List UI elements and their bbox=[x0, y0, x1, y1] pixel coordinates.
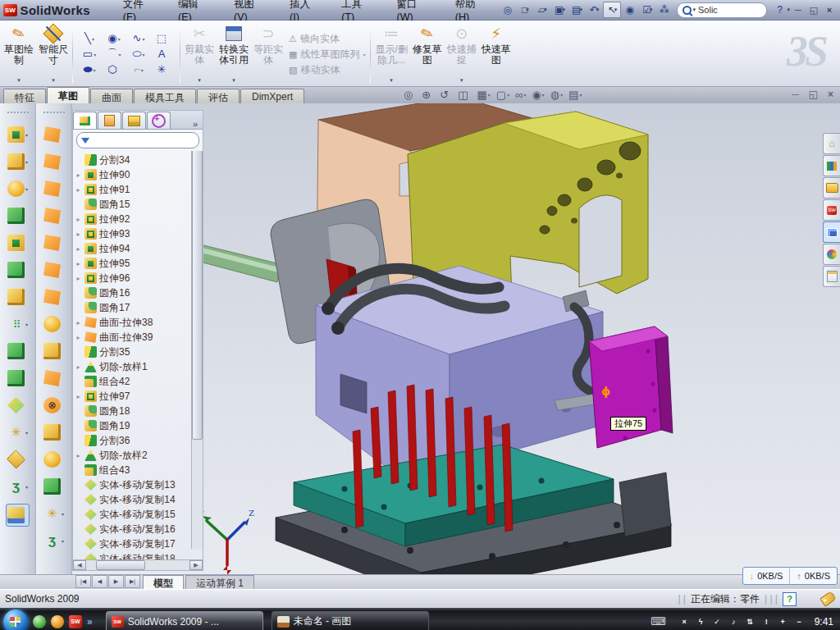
menu-item[interactable]: 文件(F) bbox=[112, 0, 167, 23]
surface-curve-icon[interactable]: ʒ▾ bbox=[43, 531, 64, 550]
tree-item[interactable]: ▸ 圆角19 bbox=[75, 418, 203, 433]
tree-item[interactable]: ▸ 拉伸90 bbox=[75, 167, 203, 182]
update-tray-icon[interactable]: ✓ bbox=[711, 615, 724, 628]
security-center-tray-icon[interactable]: × bbox=[678, 615, 691, 628]
tags-icon[interactable] bbox=[819, 591, 837, 607]
polygon-tool[interactable]: ⬡▾ bbox=[102, 62, 126, 78]
linear-pattern-icon[interactable]: ⠿▾ bbox=[7, 314, 28, 334]
tree-item[interactable]: ▸ 拉伸94 bbox=[75, 241, 203, 256]
sync-tray-icon[interactable]: ⇅ bbox=[744, 615, 756, 628]
close-button[interactable]: × bbox=[822, 3, 837, 16]
tree-filter-box[interactable] bbox=[76, 132, 199, 148]
tree-item[interactable]: ▸ 切除-放样2 bbox=[75, 448, 203, 463]
draft-icon[interactable]: ▾ bbox=[7, 287, 28, 307]
hide-show-items-icon[interactable]: ∞▾ bbox=[515, 89, 526, 101]
antivirus-tray-icon[interactable]: ϟ bbox=[695, 615, 707, 628]
tree-item[interactable]: ▸ 拉伸92 bbox=[75, 212, 203, 226]
tab-nav-button[interactable]: |◀ bbox=[75, 575, 91, 588]
tree-item[interactable]: ▸ 拉伸97 bbox=[75, 389, 203, 404]
trim-entities-button[interactable]: ✂ 剪裁实 体 ▾ bbox=[182, 22, 217, 86]
tree-item[interactable]: ▸ 分割36 bbox=[75, 433, 203, 448]
solidworks-resources-icon[interactable]: SW bbox=[823, 199, 840, 221]
knit-surface-icon[interactable]: ▾ bbox=[43, 422, 64, 442]
tree-item[interactable]: ▸ 拉伸91 bbox=[75, 182, 203, 197]
extruded-boss-icon[interactable]: ▾ bbox=[7, 125, 28, 144]
section-view-icon[interactable]: ◫▾ bbox=[458, 89, 471, 101]
select-icon[interactable]: ↖▾ bbox=[603, 2, 621, 18]
tree-item[interactable]: ▸ 拉伸96 bbox=[75, 271, 203, 285]
print-icon[interactable]: ▤▾ bbox=[568, 2, 585, 17]
tab-mold-tools[interactable]: 模具工具 bbox=[134, 89, 196, 103]
view-orientation-icon[interactable]: ▢▾ bbox=[496, 89, 509, 101]
thicken-icon[interactable]: ▾ bbox=[43, 450, 64, 469]
scene-icon[interactable]: ◍▾ bbox=[550, 89, 563, 101]
slot-tool[interactable]: ⬬▾ bbox=[77, 62, 102, 78]
surface-sketch-icon[interactable]: ✳▾ bbox=[43, 504, 64, 523]
tab-nav-button[interactable]: ◀ bbox=[92, 575, 107, 588]
configurationmanager-tab[interactable] bbox=[122, 112, 146, 129]
mirror-entities-button[interactable]: ⚠镜向实体▾ bbox=[289, 32, 365, 46]
undo-icon[interactable]: ↶▾ bbox=[586, 2, 602, 17]
filter-icon[interactable]: ⁂▾ bbox=[656, 2, 673, 17]
options-checklist-icon[interactable]: ☑▾ bbox=[639, 2, 655, 17]
search-box[interactable]: ▾ Solic bbox=[677, 2, 767, 18]
propertymanager-tab[interactable] bbox=[98, 112, 121, 129]
warning-tray-icon[interactable]: ! bbox=[760, 615, 773, 628]
tree-item[interactable]: ▸ 实体-移动/复制17 bbox=[75, 536, 203, 551]
tree-item[interactable]: ▸ 圆角18 bbox=[75, 404, 203, 418]
sketch-button[interactable]: ✎ 草图绘 制 ▾ bbox=[2, 22, 36, 86]
tab-nav-button[interactable]: ▶| bbox=[125, 575, 140, 588]
menu-item[interactable]: 帮助(H) bbox=[444, 0, 500, 23]
zoom-area-icon[interactable]: ⊕▾ bbox=[422, 89, 434, 101]
spline-tool[interactable]: ∿▾ bbox=[126, 31, 151, 47]
start-button[interactable] bbox=[3, 609, 28, 630]
tree-horizontal-scrollbar[interactable]: ◀ ▶ bbox=[73, 559, 203, 570]
curve-icon[interactable]: ʒ▾ bbox=[7, 477, 28, 496]
offset-entities-button[interactable]: ⊃ 等距实 体 bbox=[251, 22, 285, 86]
tree-item[interactable]: ▸ 实体-移动/复制14 bbox=[75, 492, 203, 507]
display-style-icon[interactable]: ▦▾ bbox=[477, 89, 491, 101]
rotate-view-icon[interactable]: ↺▾ bbox=[440, 89, 452, 101]
planar-surface-icon[interactable]: ▾ bbox=[43, 287, 64, 307]
quick-tips-button[interactable]: ? bbox=[783, 592, 797, 606]
appearance-icon[interactable]: ◉▾ bbox=[532, 89, 544, 101]
tab-motion-study[interactable]: 运动算例 1 bbox=[185, 575, 254, 589]
featuremanager-tab[interactable] bbox=[73, 112, 97, 129]
measure-icon[interactable]: ▾ bbox=[6, 504, 30, 527]
doc-close-button[interactable]: × bbox=[828, 89, 833, 100]
swept-boss-icon[interactable]: ▾ bbox=[7, 206, 28, 226]
menu-item[interactable]: 窗口(W) bbox=[386, 0, 444, 23]
arc-tool[interactable]: ⌒▾ bbox=[102, 47, 126, 62]
manager-overflow-chevron[interactable]: » bbox=[188, 119, 203, 129]
rapid-sketch-button[interactable]: ⚡ 快速草 图 bbox=[479, 22, 514, 86]
menu-item[interactable]: 编辑(E) bbox=[167, 0, 222, 23]
search-input[interactable]: Solic bbox=[698, 5, 718, 15]
point-tool[interactable]: ✳▾ bbox=[151, 62, 176, 78]
dome-icon[interactable]: ▾ bbox=[43, 477, 64, 496]
delete-face-icon[interactable]: ⊗▾ bbox=[43, 395, 64, 415]
tree-item[interactable]: ▸ 分割35 bbox=[75, 345, 203, 359]
tab-nav-button[interactable]: ▶ bbox=[108, 575, 124, 588]
repair-sketch-button[interactable]: ✎ 修复草 图 bbox=[410, 22, 445, 86]
tab-model[interactable]: 模型 bbox=[143, 575, 184, 589]
move-copy-body-icon[interactable]: ▾ bbox=[7, 395, 28, 415]
view-palette-icon[interactable] bbox=[823, 221, 840, 243]
shell-icon[interactable]: ▾ bbox=[7, 260, 28, 280]
custom-properties-icon[interactable] bbox=[823, 266, 840, 287]
save-icon[interactable]: ▣▾ bbox=[551, 2, 568, 17]
annotation-icon[interactable]: ▤▾ bbox=[568, 89, 582, 101]
tree-item[interactable]: ▸ 分割34 bbox=[75, 153, 203, 167]
taskbar-paint-button[interactable]: 未命名 - 画图 bbox=[272, 611, 429, 630]
line-tool[interactable]: ╲▾ bbox=[77, 31, 102, 47]
search-caret-icon[interactable]: ▾ bbox=[692, 7, 696, 13]
tree-item[interactable]: ▸ 实体-移动/复制18 bbox=[75, 551, 203, 559]
tab-sketch[interactable]: 草图 bbox=[47, 87, 89, 103]
doc-minimize-button[interactable]: ─ bbox=[792, 89, 799, 100]
solidworks-quick-icon[interactable]: SW bbox=[69, 615, 82, 628]
quick-launch-chevron[interactable]: » bbox=[87, 616, 93, 628]
health-tray-icon[interactable]: + bbox=[777, 615, 789, 628]
reference-geometry-icon[interactable]: ✳▾ bbox=[7, 422, 28, 442]
revolved-surface-icon[interactable]: ▾ bbox=[43, 152, 64, 171]
lofted-surface-icon[interactable]: ▾ bbox=[43, 206, 64, 226]
instant3d-icon[interactable]: ▾ bbox=[7, 450, 28, 469]
